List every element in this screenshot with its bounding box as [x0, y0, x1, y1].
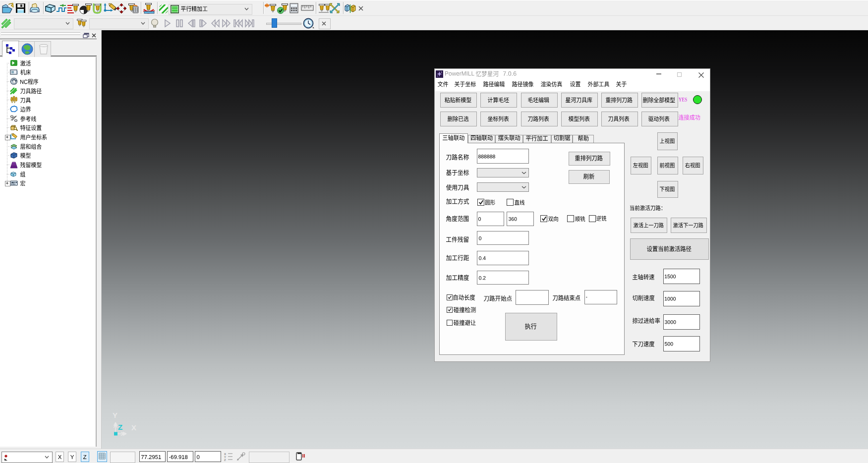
svg-text:Y: Y	[113, 411, 117, 419]
svg-text:Z: Z	[224, 459, 226, 462]
svg-text:X: X	[131, 423, 136, 432]
svg-text:Z: Z	[118, 423, 122, 431]
